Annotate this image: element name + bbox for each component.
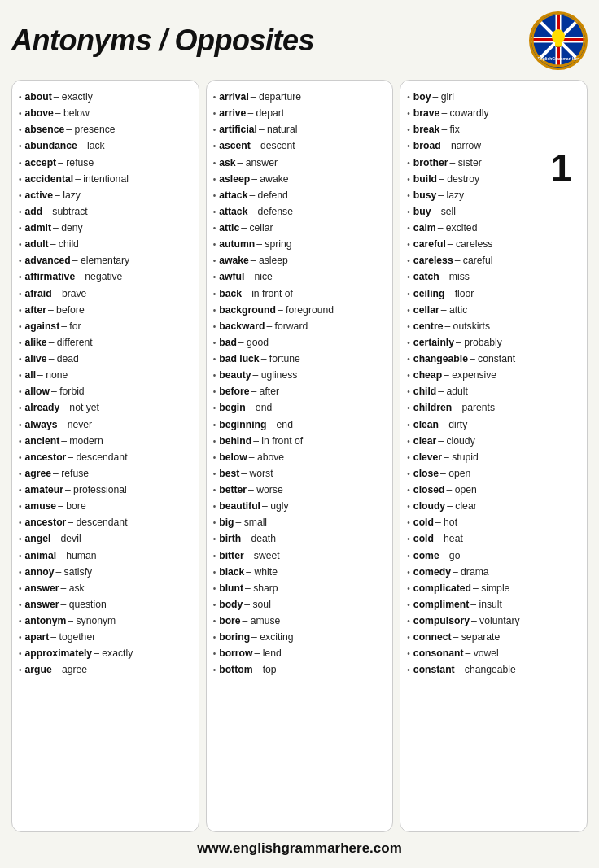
bullet: •	[407, 304, 410, 318]
word-regular: – brave	[54, 286, 87, 302]
word-regular: – miss	[441, 268, 470, 285]
column-1: •about– exactly•above– below•absence– pr…	[11, 80, 199, 832]
word-regular: – top	[254, 661, 276, 678]
list-item: •ask– answer	[213, 155, 385, 171]
list-item: •add– subtract	[19, 203, 190, 220]
bullet: •	[19, 533, 22, 547]
list-item: •affirmative– negative	[19, 268, 190, 285]
word-regular: – insult	[470, 596, 502, 613]
bullet: •	[407, 206, 410, 220]
bullet: •	[213, 419, 216, 433]
word-regular: – in front of	[253, 433, 303, 449]
list-item: •complicated– simple	[407, 580, 579, 596]
word-bold: arrival	[219, 89, 249, 105]
bullet: •	[19, 566, 22, 580]
bullet: •	[213, 648, 216, 661]
word-bold: body	[219, 596, 243, 613]
word-bold: asleep	[219, 171, 250, 187]
bullet: •	[213, 222, 216, 236]
list-item: •before– after	[213, 383, 385, 399]
bullet: •	[213, 124, 216, 137]
word-regular: – answer	[238, 155, 278, 171]
bullet: •	[213, 206, 216, 220]
word-regular: – question	[61, 596, 107, 613]
word-regular: – asleep	[251, 252, 288, 268]
bullet: •	[213, 484, 216, 498]
word-regular: – child	[50, 236, 79, 252]
bullet: •	[213, 566, 216, 580]
word-regular: – constant	[470, 351, 515, 367]
word-regular: – exciting	[251, 629, 294, 645]
word-bold: break	[413, 121, 440, 137]
bullet: •	[407, 648, 410, 661]
bullet: •	[19, 664, 22, 678]
bullet: •	[19, 206, 22, 220]
list-item: •bad luck– fortune	[213, 351, 385, 367]
word-bold: bore	[219, 613, 240, 629]
bullet: •	[19, 468, 22, 482]
bullet: •	[407, 369, 410, 383]
word-bold: already	[25, 399, 60, 416]
list-item: •careful– careless	[407, 236, 579, 252]
word-regular: – ugly	[262, 498, 289, 514]
bullet: •	[213, 582, 216, 596]
word-regular: – careless	[448, 236, 493, 252]
list-item: •bitter– sweet	[213, 547, 385, 564]
bullet: •	[19, 124, 22, 137]
word-bold: amateur	[25, 482, 63, 498]
bullet: •	[213, 107, 216, 121]
list-item: •calm– excited	[407, 220, 579, 236]
word-bold: bitter	[219, 547, 243, 564]
column-2: •arrival– departure•arrive– depart•artif…	[206, 80, 394, 832]
word-bold: accept	[25, 155, 57, 171]
word-bold: blunt	[219, 580, 243, 596]
bullet: •	[407, 173, 410, 187]
bullet: •	[19, 91, 22, 105]
word-bold: comedy	[413, 564, 451, 580]
list-item: •begin– end	[213, 399, 385, 416]
bullet: •	[407, 288, 410, 302]
word-bold: careful	[413, 236, 446, 252]
bullet: •	[407, 664, 410, 678]
word-bold: ancient	[25, 433, 60, 449]
word-bold: centre	[413, 318, 444, 334]
list-item: •boring– exciting	[213, 629, 385, 645]
bullet: •	[213, 615, 216, 629]
list-item: •about– exactly	[19, 89, 190, 105]
word-regular: – fortune	[261, 351, 300, 367]
bullet: •	[19, 107, 22, 121]
word-bold: before	[219, 383, 249, 399]
bullet: •	[19, 337, 22, 351]
list-item: •agree– refuse	[19, 465, 190, 482]
bullet: •	[213, 304, 216, 318]
word-regular: – outskirts	[444, 318, 490, 334]
bullet: •	[213, 157, 216, 171]
bullet: •	[213, 599, 216, 613]
list-item: •cloudy– clear	[407, 498, 579, 514]
bullet: •	[213, 468, 216, 482]
bullet: •	[19, 288, 22, 302]
word-bold: calm	[413, 220, 436, 236]
word-regular: – cowardly	[441, 105, 488, 121]
bullet: •	[19, 353, 22, 367]
word-regular: – synonym	[68, 613, 116, 629]
column-2-list: •arrival– departure•arrive– depart•artif…	[213, 89, 385, 678]
bullet: •	[213, 91, 216, 105]
word-bold: awake	[219, 252, 249, 268]
bullet: •	[19, 582, 22, 596]
word-bold: approximately	[25, 645, 93, 661]
word-regular: – sister	[450, 155, 482, 171]
word-bold: cold	[413, 530, 434, 547]
list-item: •against– for	[19, 318, 190, 334]
word-regular: – descendant	[68, 449, 127, 465]
bullet: •	[19, 271, 22, 285]
bullet: •	[19, 369, 22, 383]
word-bold: answer	[25, 580, 59, 596]
word-regular: – parents	[453, 399, 495, 416]
list-item: •catch– miss	[407, 268, 579, 285]
word-bold: arrive	[219, 105, 246, 121]
list-item: •ancient– modern	[19, 433, 190, 449]
list-item: •beauty– ugliness	[213, 367, 385, 383]
bullet: •	[407, 222, 410, 236]
word-regular: – ask	[61, 580, 85, 596]
